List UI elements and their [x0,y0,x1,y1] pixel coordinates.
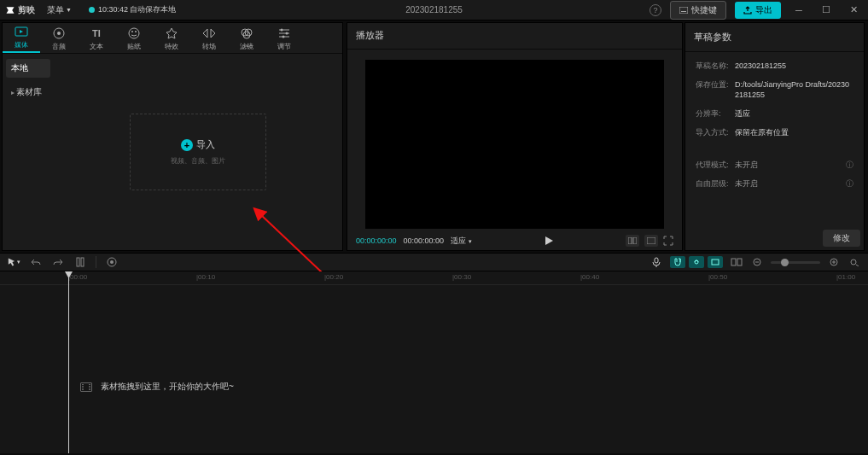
sticker-icon [127,26,141,40]
sidebar-item-library[interactable]: 素材库 [6,83,50,102]
tab-effect[interactable]: 特效 [153,26,190,53]
chevron-down-icon: ▼ [66,7,72,13]
timeline-tick: |00:50 [708,273,727,281]
tab-filter[interactable]: 滤镜 [228,26,265,53]
text-icon: TI [90,26,103,40]
timeline-tick: |00:20 [324,273,343,281]
svg-point-13 [283,36,285,38]
link-toggle[interactable] [689,256,704,268]
timeline-tick: |00:30 [452,273,471,281]
player-title: 播放器 [347,23,682,50]
modify-button[interactable]: 修改 [823,230,860,247]
tab-adjust[interactable]: 调节 [265,26,303,53]
prop-row-import-mode: 导入方式: 保留在原有位置 [696,127,853,137]
adjust-icon [277,26,291,40]
preview-toggle[interactable] [708,256,723,268]
selection-tool-button[interactable]: ▾ [7,255,20,269]
svg-point-7 [135,31,137,32]
svg-rect-1 [681,11,686,12]
media-drop-area: + 导入 视频、音频、图片 [54,54,342,250]
properties-panel: 草稿参数 草稿名称: 202302181255 保存位置: D:/tools/J… [684,22,865,251]
undo-button[interactable] [29,255,43,269]
info-icon[interactable]: ⓘ [846,160,853,170]
media-panel: 媒体 音频 TI 文本 贴纸 特效 转场 [2,22,343,251]
svg-rect-23 [712,260,719,265]
svg-rect-17 [647,237,655,244]
app-logo: 剪映 [5,4,35,16]
scale-button[interactable] [644,235,658,247]
time-total: 00:00:00:00 [404,236,445,245]
zoom-in-button[interactable] [827,255,841,269]
project-title: 202302181255 [405,5,463,15]
player-panel: 播放器 00:00:00:00 00:00:00:00 适应 ▾ [347,22,683,251]
video-preview[interactable] [365,60,664,229]
timeline-tick: |01:00 [836,273,855,281]
import-button[interactable]: + 导入 视频、音频、图片 [130,114,266,190]
split-button[interactable] [73,255,87,269]
film-icon [80,382,92,392]
timeline-drop-hint: 素材拖拽到这里，开始你的大作吧~ [80,381,234,393]
playhead[interactable] [68,271,69,453]
tab-sticker[interactable]: 贴纸 [115,26,153,53]
sidebar-item-local[interactable]: 本地 [6,59,50,78]
redo-button[interactable] [51,255,65,269]
prop-row-free-layer: 自由层级: 未开启 ⓘ [696,178,853,189]
autosave-dot-icon [89,7,95,13]
svg-rect-18 [77,258,79,266]
autosave-status: 10:30:42 自动保存本地 [89,4,177,15]
player-viewport [347,50,682,232]
tab-transition[interactable]: 转场 [190,26,228,53]
track-toggle-button[interactable] [730,255,743,269]
timeline-ruler[interactable]: |00:00|00:10|00:20|00:30|00:40|00:50|01:… [0,271,868,285]
svg-rect-19 [81,258,84,266]
menu-button[interactable]: 菜单 ▼ [47,4,72,16]
play-button[interactable] [544,236,554,246]
mic-button[interactable] [650,255,663,269]
titlebar: 剪映 菜单 ▼ 10:30:42 自动保存本地 202302181255 ? 快… [0,0,868,20]
media-sidebar: 本地 素材库 [3,54,54,250]
tab-audio[interactable]: 音频 [40,26,78,53]
svg-point-21 [110,260,114,264]
svg-rect-0 [679,7,688,14]
time-current: 00:00:00:00 [356,236,397,245]
svg-rect-15 [628,237,632,244]
svg-point-12 [286,32,288,35]
shortcut-button[interactable]: 快捷键 [670,1,726,20]
snap-toggle-group [670,256,723,268]
svg-point-6 [131,31,133,32]
app-name: 剪映 [18,4,35,16]
svg-rect-16 [633,237,637,244]
fullscreen-button[interactable] [663,236,673,246]
media-tabs: 媒体 音频 TI 文本 贴纸 特效 转场 [3,23,342,54]
prop-row-resolution: 分辨率: 适应 [696,108,853,119]
export-icon [743,6,752,15]
effect-icon [165,26,178,40]
prop-row-name: 草稿名称: 202302181255 [696,61,853,71]
zoom-slider[interactable] [771,261,820,264]
help-button[interactable]: ? [650,4,661,16]
svg-rect-25 [737,259,742,265]
window-close-button[interactable]: ✕ [844,1,863,20]
properties-title: 草稿参数 [685,23,864,52]
ratio-select[interactable]: 适应 ▾ [451,236,472,247]
zoom-fit-button[interactable] [848,255,861,269]
logo-icon [5,5,15,15]
svg-rect-24 [731,259,736,265]
main-panels: 媒体 音频 TI 文本 贴纸 特效 转场 [0,20,868,253]
plus-icon: + [181,139,193,151]
magnet-toggle[interactable] [670,256,685,268]
timeline[interactable]: |00:00|00:10|00:20|00:30|00:40|00:50|01:… [0,271,868,453]
window-minimize-button[interactable]: ─ [789,1,808,20]
tab-media[interactable]: 媒体 [3,25,40,53]
tab-text[interactable]: TI 文本 [78,26,115,53]
export-button[interactable]: 导出 [735,2,781,19]
compare-button[interactable] [626,235,639,247]
info-icon[interactable]: ⓘ [846,178,853,189]
zoom-out-button[interactable] [750,255,764,269]
window-maximize-button[interactable]: ☐ [817,1,836,20]
player-controls: 00:00:00:00 00:00:00:00 适应 ▾ [347,232,682,250]
svg-rect-22 [655,258,658,263]
svg-point-5 [129,28,139,38]
svg-point-4 [57,32,61,35]
record-button[interactable] [105,255,119,269]
